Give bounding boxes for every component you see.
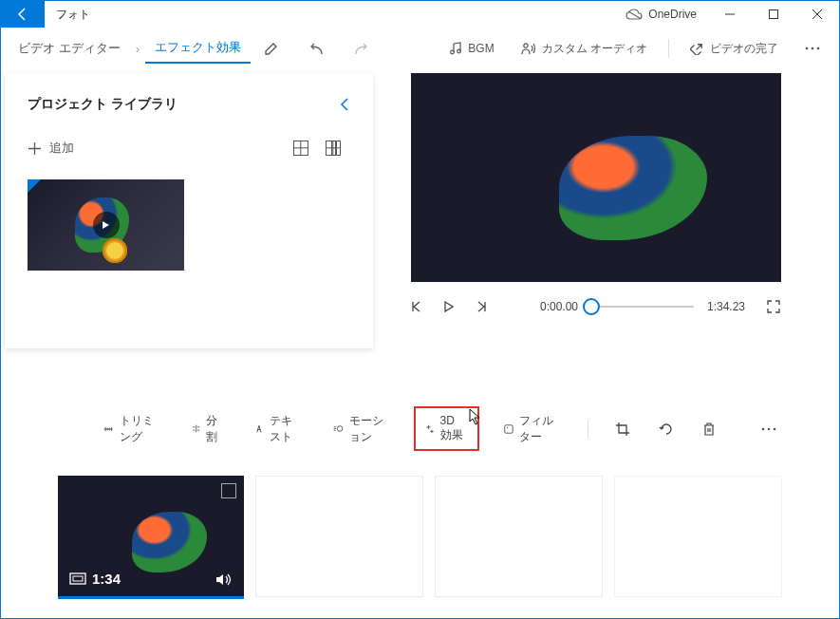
main-toolbar: ビデオ エディター › エフェクト効果 BGM カスタム オーディオ ビデオの完…: [1, 28, 839, 69]
library-collapse-button[interactable]: [339, 96, 350, 113]
total-time: 1:34.23: [707, 300, 745, 313]
more-button[interactable]: [793, 41, 831, 56]
player-controls: 0:00.00 1:34.23: [411, 299, 781, 314]
library-title: プロジェクト ライブラリ: [28, 96, 177, 113]
storyboard-placeholder[interactable]: [255, 476, 423, 597]
breadcrumb-video-editor[interactable]: ビデオ エディター: [9, 34, 130, 63]
project-library-panel: プロジェクト ライブラリ 追加: [5, 73, 373, 348]
svg-point-2: [451, 50, 455, 54]
video-preview[interactable]: [411, 73, 781, 282]
split-icon: [192, 422, 201, 435]
crop-icon: [615, 422, 630, 437]
redo-button[interactable]: [350, 41, 367, 56]
seek-knob[interactable]: [583, 298, 600, 315]
plus-icon: [28, 141, 42, 156]
svg-rect-1: [770, 10, 778, 19]
text-button[interactable]: テキスト: [247, 407, 308, 451]
main-area: プロジェクト ライブラリ 追加: [1, 69, 839, 387]
ellipsis-icon: [805, 47, 820, 50]
clip-toolbar: トリミング 分割 テキスト モーション 3D 効果 フィルター: [1, 387, 839, 468]
filter-button[interactable]: フィルター: [496, 407, 567, 451]
svg-point-7: [817, 47, 820, 50]
play-overlay-icon: [93, 212, 120, 238]
svg-point-3: [457, 49, 461, 53]
person-audio-icon: [521, 42, 536, 55]
svg-point-5: [806, 47, 809, 50]
speaker-icon: [215, 572, 233, 587]
custom-audio-button[interactable]: カスタム オーディオ: [510, 35, 659, 63]
used-indicator: [28, 179, 41, 193]
add-media-button[interactable]: 追加: [28, 140, 74, 157]
fullscreen-button[interactable]: [766, 299, 781, 314]
grid-small-button[interactable]: [326, 141, 341, 156]
svg-point-13: [774, 427, 776, 430]
clip-checkbox[interactable]: [221, 483, 236, 498]
clip-volume-button[interactable]: [215, 572, 233, 587]
svg-rect-15: [73, 576, 83, 581]
svg-point-4: [523, 44, 527, 47]
delete-button[interactable]: [697, 416, 721, 442]
title-bar: フォト OneDrive: [1, 1, 839, 28]
edit-title-button[interactable]: [254, 36, 288, 62]
ellipsis-icon: [761, 427, 776, 431]
breadcrumb-effects[interactable]: エフェクト効果: [145, 33, 251, 64]
svg-rect-14: [70, 573, 85, 584]
clip-icon: [69, 572, 86, 585]
cloud-icon: [625, 9, 643, 20]
close-button[interactable]: [795, 1, 839, 28]
rotate-icon: [659, 422, 674, 437]
svg-point-10: [507, 426, 508, 427]
text-icon: [254, 422, 264, 435]
play-button[interactable]: [443, 301, 462, 312]
storyboard-placeholder[interactable]: [614, 476, 782, 597]
library-clip-thumbnail[interactable]: [28, 179, 184, 271]
motion-icon: [333, 422, 344, 435]
storyboard: 1:34: [1, 468, 839, 618]
svg-point-6: [812, 47, 814, 50]
trim-icon: [103, 423, 114, 435]
storyboard-clip[interactable]: 1:34: [58, 476, 244, 599]
trash-icon: [702, 422, 716, 437]
svg-point-12: [768, 427, 771, 430]
svg-point-8: [337, 426, 343, 432]
sparkle-icon: [425, 422, 435, 436]
crop-button[interactable]: [609, 416, 636, 442]
current-time: 0:00.00: [540, 300, 578, 313]
3d-effects-button[interactable]: 3D 効果: [414, 406, 479, 451]
svg-rect-9: [505, 424, 513, 432]
clip-more-button[interactable]: [756, 422, 782, 437]
next-frame-button[interactable]: [476, 301, 495, 312]
window-controls: [708, 1, 839, 28]
seek-slider[interactable]: [591, 306, 694, 308]
bgm-button[interactable]: BGM: [438, 36, 505, 61]
preview-area: 0:00.00 1:34.23: [373, 69, 839, 387]
undo-button[interactable]: [310, 41, 327, 56]
maximize-button[interactable]: [752, 1, 795, 28]
rotate-button[interactable]: [653, 416, 680, 442]
clip-duration: 1:34: [69, 571, 121, 587]
grid-large-button[interactable]: [293, 141, 308, 156]
motion-button[interactable]: モーション: [326, 407, 397, 451]
app-title: フォト: [45, 1, 102, 28]
trim-button[interactable]: トリミング: [96, 407, 167, 451]
finish-video-button[interactable]: ビデオの完了: [679, 35, 790, 63]
storyboard-placeholder[interactable]: [435, 476, 603, 597]
prev-frame-button[interactable]: [411, 301, 430, 312]
filter-icon: [504, 422, 513, 436]
chevron-right-icon: ›: [134, 42, 141, 56]
music-icon: [449, 42, 462, 55]
onedrive-status[interactable]: OneDrive: [614, 1, 708, 28]
minimize-button[interactable]: [708, 1, 752, 28]
split-button[interactable]: 分割: [184, 407, 230, 451]
back-button[interactable]: [1, 1, 45, 28]
export-icon: [690, 42, 704, 55]
svg-point-11: [762, 427, 765, 430]
